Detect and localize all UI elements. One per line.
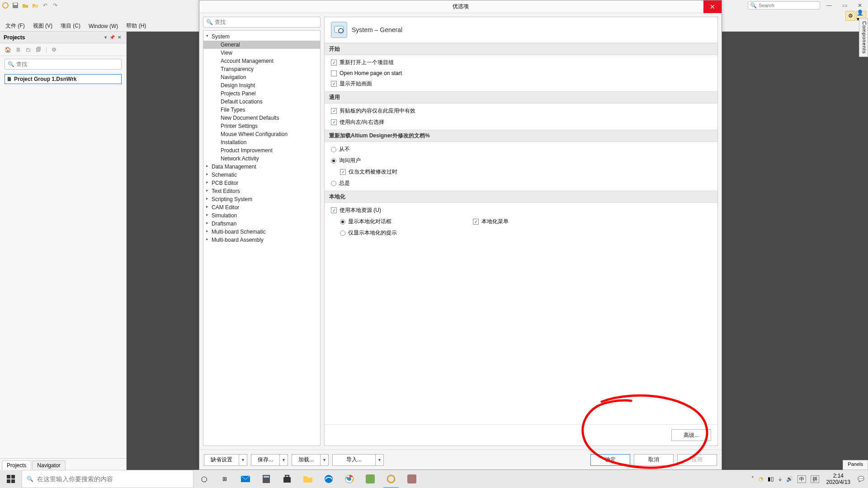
task-edge-icon[interactable] [318, 470, 339, 488]
tree-system[interactable]: System [203, 33, 320, 41]
menu-project[interactable]: 项目 (C) [57, 21, 84, 31]
toolbar-copy-icon[interactable]: 🗐 [36, 47, 41, 53]
rb-always[interactable] [331, 181, 336, 186]
tab-projects[interactable]: Projects [2, 460, 31, 470]
tray-battery-icon[interactable]: ▮▯ [768, 476, 774, 482]
toolbar-gear-icon[interactable]: ⚙ [52, 47, 57, 53]
settings-icon[interactable]: ⚙ [845, 11, 855, 21]
projects-search-input[interactable] [16, 61, 118, 67]
taskbar-search[interactable]: 🔍 [22, 470, 193, 488]
rb-show-dlg[interactable] [340, 219, 345, 225]
dialog-tree-search[interactable]: 🔍 [203, 17, 321, 28]
tree-multiboard-asm[interactable]: Multi-board Assembly [203, 236, 320, 244]
task-app2-icon[interactable] [401, 470, 422, 488]
tree-projects-panel[interactable]: Projects Panel [203, 89, 320, 98]
ok-button[interactable]: 确定 [590, 454, 630, 466]
toolbar-home-icon[interactable]: 🏠 [5, 47, 11, 53]
toolbar-folder-icon[interactable]: 🗀 [26, 47, 31, 53]
tray-clock[interactable]: 2:14 2020/4/13 [824, 473, 853, 486]
minimize-button[interactable]: — [823, 1, 835, 10]
tree-printer-settings[interactable]: Printer Settings [203, 122, 320, 130]
project-group-item[interactable]: 🗎 Project Group 1.DsnWrk [5, 74, 122, 84]
tree-pcb-editor[interactable]: PCB Editor [203, 179, 320, 187]
tray-chevron-icon[interactable]: ˄ [751, 476, 754, 482]
panel-menu-icon[interactable]: ▾ [103, 35, 108, 40]
cb-splash[interactable]: ✓ [331, 81, 337, 87]
close-button[interactable]: ✕ [854, 1, 866, 10]
tree-text-editors[interactable]: Text Editors [203, 187, 320, 195]
rb-only-hint[interactable] [340, 230, 345, 236]
menu-window[interactable]: Window (W) [85, 22, 122, 30]
open-alt-icon[interactable] [32, 2, 39, 9]
task-chrome-icon[interactable] [339, 470, 360, 488]
toolbar-doc-icon[interactable]: 🗎 [16, 47, 21, 53]
components-side-tab[interactable]: Components [859, 18, 868, 57]
cb-reopen[interactable]: ✓ [331, 60, 337, 66]
tree-default-locations[interactable]: Default Locations [203, 98, 320, 106]
tree-file-types[interactable]: File Types [203, 106, 320, 114]
cb-leftright[interactable]: ✓ [331, 119, 337, 125]
global-search-input[interactable] [759, 3, 821, 8]
task-app1-icon[interactable] [360, 470, 381, 488]
preferences-tree[interactable]: System General View Account Management T… [203, 30, 321, 446]
undo-icon[interactable]: ↶ [42, 2, 49, 9]
taskbar-search-input[interactable] [37, 475, 189, 483]
tree-product-improvement[interactable]: Product Improvement [203, 146, 320, 155]
task-store-icon[interactable] [277, 470, 297, 488]
tree-new-doc-defaults[interactable]: New Document Defaults [203, 114, 320, 122]
cb-use-local[interactable]: ✓ [331, 207, 337, 213]
global-search[interactable]: 🔍 [748, 1, 820, 9]
tree-account[interactable]: Account Management [203, 57, 320, 65]
tray-wifi-icon[interactable]: ⏚ [778, 476, 782, 482]
tree-installation[interactable]: Installation [203, 138, 320, 146]
tree-general[interactable]: General [203, 41, 320, 49]
start-button[interactable] [0, 470, 22, 488]
dialog-close-button[interactable]: ✕ [703, 0, 722, 13]
task-taskview-icon[interactable]: ⊞ [214, 470, 235, 488]
tray-volume-icon[interactable]: 🔊 [786, 476, 793, 482]
cb-local-menu[interactable]: ✓ [473, 219, 479, 225]
rb-ask[interactable] [331, 158, 336, 164]
tree-simulation[interactable]: Simulation [203, 211, 320, 220]
maximize-button[interactable]: ▭ [838, 1, 851, 10]
cb-only-modified[interactable]: ✓ [340, 169, 346, 175]
panel-pin-icon[interactable]: 📌 [108, 35, 116, 40]
tree-design-insight[interactable]: Design Insight [203, 81, 320, 89]
cancel-button[interactable]: 取消 [634, 454, 674, 466]
load-button[interactable]: 加载...▼ [292, 454, 329, 466]
cb-openhome[interactable] [331, 70, 337, 76]
tray-ime1[interactable]: 中 [797, 475, 806, 483]
task-altium-icon[interactable] [381, 470, 401, 488]
tree-view[interactable]: View [203, 49, 320, 57]
tree-transparency[interactable]: Transparency [203, 65, 320, 73]
cb-clipboard[interactable]: ✓ [331, 108, 337, 114]
tree-data-management[interactable]: Data Management [203, 163, 320, 171]
tab-navigator[interactable]: Navigator [32, 460, 65, 470]
task-calculator-icon[interactable] [256, 470, 277, 488]
panel-close-icon[interactable]: ✕ [116, 35, 123, 40]
menu-help[interactable]: 帮助 (H) [123, 21, 150, 31]
projects-search[interactable]: 🔍 [5, 59, 122, 70]
task-explorer-icon[interactable] [297, 470, 318, 488]
save-icon[interactable] [12, 2, 19, 9]
import-button[interactable]: 导入...▼ [332, 454, 384, 466]
tree-scripting[interactable]: Scripting System [203, 195, 320, 203]
tree-network-activity[interactable]: Network Activity [203, 155, 320, 163]
apply-button[interactable]: 应用 [677, 454, 717, 466]
task-mail-icon[interactable] [235, 470, 256, 488]
tree-mouse-wheel[interactable]: Mouse Wheel Configuration [203, 130, 320, 138]
advanced-button[interactable]: 高级... [671, 429, 711, 441]
rb-never[interactable] [331, 147, 336, 152]
tree-draftsman[interactable]: Draftsman [203, 220, 320, 228]
tray-app-icon[interactable]: ◔ [759, 476, 763, 482]
save-button[interactable]: 保存...▼ [251, 454, 288, 466]
menu-view[interactable]: 视图 (V) [29, 21, 56, 31]
dialog-tree-search-input[interactable] [215, 19, 317, 25]
defaults-button[interactable]: 缺省设置▼ [204, 454, 247, 466]
menu-file[interactable]: 文件 (F) [2, 21, 28, 31]
redo-icon[interactable]: ↷ [52, 2, 59, 9]
tree-navigation[interactable]: Navigation [203, 73, 320, 81]
tray-ime2[interactable]: 拼 [811, 475, 819, 483]
tree-schematic[interactable]: Schematic [203, 171, 320, 179]
tray-notifications-icon[interactable]: 💬 [858, 476, 864, 482]
